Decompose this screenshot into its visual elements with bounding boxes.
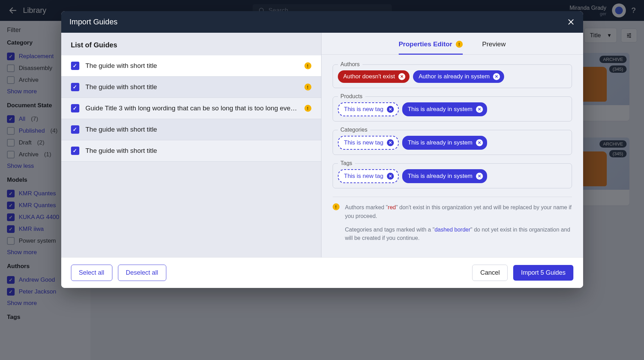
- fieldset-legend: Authors: [338, 61, 363, 68]
- list-header: List of Guides: [61, 33, 321, 55]
- checkbox[interactable]: [71, 62, 79, 70]
- properties-pane: Properties Editor ! Preview Authors Auth…: [321, 33, 583, 257]
- guide-row[interactable]: Guide Title 3 with long wording that can…: [61, 98, 321, 119]
- tag-tag-new: This is new tag✕: [338, 169, 399, 183]
- remove-tag-icon[interactable]: ✕: [387, 173, 394, 180]
- checkbox[interactable]: [71, 125, 79, 134]
- guide-title: The guide with short title: [86, 62, 298, 70]
- category-tag-exist: This is already in system✕: [402, 136, 487, 150]
- guide-row[interactable]: The guide with short title: [61, 119, 321, 140]
- checkbox[interactable]: [71, 104, 79, 112]
- close-button[interactable]: [567, 18, 575, 26]
- notice-line-1: Authors marked "red" don't exist in this…: [345, 203, 572, 221]
- remove-tag-icon[interactable]: ✕: [387, 139, 394, 146]
- import-guides-dialog: Import Guides List of Guides The guide w…: [61, 11, 583, 288]
- guide-list: The guide with short title ! The guide w…: [61, 55, 321, 257]
- remove-tag-icon[interactable]: ✕: [387, 106, 394, 113]
- category-tag-new: This is new tag✕: [338, 136, 399, 150]
- dialog-title: Import Guides: [70, 17, 118, 26]
- warning-icon: !: [304, 105, 311, 112]
- products-fieldset: Products This is new tag✕ This is alread…: [333, 96, 572, 122]
- guides-list-pane: List of Guides The guide with short titl…: [61, 33, 321, 257]
- fieldset-legend: Tags: [338, 160, 355, 166]
- warning-icon: !: [304, 62, 311, 69]
- remove-tag-icon[interactable]: ✕: [493, 73, 500, 80]
- remove-tag-icon[interactable]: ✕: [398, 73, 405, 80]
- import-button[interactable]: Import 5 Guides: [513, 265, 573, 281]
- product-tag-exist: This is already in system✕: [402, 102, 487, 116]
- checkbox[interactable]: [71, 147, 79, 155]
- authors-fieldset: Authors Author doesn't exist✕ Author is …: [333, 64, 572, 88]
- guide-title: The guide with short title: [86, 126, 311, 133]
- guide-title: The guide with short title: [86, 83, 298, 91]
- tab-properties-editor[interactable]: Properties Editor !: [399, 40, 463, 54]
- product-tag-new: This is new tag✕: [338, 102, 399, 116]
- categories-fieldset: Categories This is new tag✕ This is alre…: [333, 130, 572, 155]
- remove-tag-icon[interactable]: ✕: [476, 173, 483, 180]
- author-tag-error: Author doesn't exist✕: [338, 70, 410, 83]
- guide-row[interactable]: The guide with short title: [61, 140, 321, 162]
- cancel-button[interactable]: Cancel: [472, 265, 508, 281]
- guide-title: Guide Title 3 with long wording that can…: [86, 104, 298, 112]
- tag-tag-exist: This is already in system✕: [402, 169, 487, 183]
- notice-line-2: Categories and tags marked with a "dashe…: [345, 226, 572, 243]
- guide-row[interactable]: The guide with short title !: [61, 55, 321, 77]
- deselect-all-button[interactable]: Deselect all: [118, 265, 166, 281]
- warning-icon: !: [456, 41, 463, 48]
- fieldset-legend: Categories: [338, 127, 370, 133]
- guide-title: The guide with short title: [86, 147, 311, 155]
- remove-tag-icon[interactable]: ✕: [476, 139, 483, 146]
- remove-tag-icon[interactable]: ✕: [476, 106, 483, 113]
- dialog-footer: Select all Deselect all Cancel Import 5 …: [61, 257, 583, 288]
- tab-preview[interactable]: Preview: [482, 40, 506, 54]
- close-icon: [567, 18, 575, 26]
- fieldset-legend: Products: [338, 93, 365, 100]
- warning-notice: ! Authors marked "red" don't exist in th…: [333, 197, 572, 248]
- tags-fieldset: Tags This is new tag✕ This is already in…: [333, 163, 572, 188]
- select-all-button[interactable]: Select all: [71, 265, 112, 281]
- author-tag-exist: Author is already in system✕: [413, 70, 504, 83]
- modal-overlay: Import Guides List of Guides The guide w…: [0, 0, 644, 360]
- warning-icon: !: [304, 84, 311, 91]
- tabs: Properties Editor ! Preview: [321, 33, 583, 55]
- checkbox[interactable]: [71, 83, 79, 91]
- warning-icon: !: [333, 203, 340, 210]
- guide-row[interactable]: The guide with short title !: [61, 77, 321, 98]
